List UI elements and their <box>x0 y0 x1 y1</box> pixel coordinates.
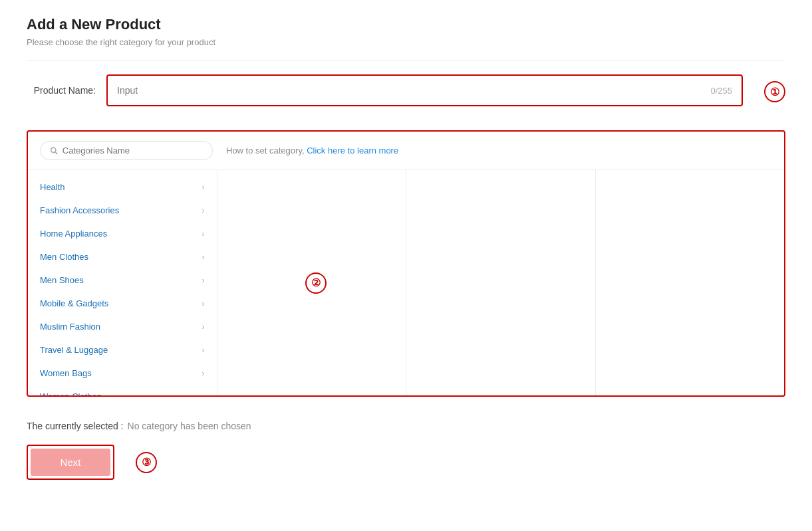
product-name-input[interactable] <box>108 76 742 105</box>
category-col-1: Health › Fashion Accessories › Home Appl… <box>28 170 217 395</box>
next-button[interactable]: Next <box>31 449 110 476</box>
next-button-wrapper: Next <box>27 445 114 480</box>
currently-selected-row: The currently selected : No category has… <box>27 421 785 431</box>
chevron-right-icon: › <box>202 322 205 332</box>
svg-line-1 <box>55 152 57 154</box>
list-item[interactable]: Travel & Luggage › <box>28 338 217 362</box>
list-item[interactable]: Women Clothes › <box>28 385 217 395</box>
badge-1-col: ① <box>743 74 785 102</box>
product-name-section: Product Name: 0/255 ① <box>27 74 785 118</box>
svg-point-0 <box>51 148 56 152</box>
how-to-text: How to set category, Click here to learn… <box>226 146 398 156</box>
category-search-row: How to set category, Click here to learn… <box>28 132 784 169</box>
chevron-right-icon: › <box>202 369 205 378</box>
product-name-input-wrapper: 0/255 <box>106 74 743 106</box>
chevron-right-icon: › <box>202 299 205 308</box>
list-item[interactable]: Health › <box>28 175 217 199</box>
category-section-inner: How to set category, Click here to learn… <box>27 130 785 409</box>
list-item[interactable]: Muslim Fashion › <box>28 315 217 338</box>
product-name-row: Product Name: 0/255 <box>27 74 743 106</box>
chevron-right-icon: › <box>202 392 205 396</box>
list-item[interactable]: Men Clothes › <box>28 245 217 268</box>
chevron-right-icon: › <box>202 253 205 262</box>
category-box: How to set category, Click here to learn… <box>27 130 785 397</box>
next-button-row: Next ③ <box>27 445 785 480</box>
search-icon <box>50 146 59 156</box>
badge-2: ② <box>305 272 327 294</box>
currently-selected-value: No category has been chosen <box>128 421 251 431</box>
category-columns: Health › Fashion Accessories › Home Appl… <box>28 169 784 395</box>
chevron-right-icon: › <box>202 183 205 192</box>
list-item[interactable]: Men Shoes › <box>28 268 217 292</box>
divider <box>27 60 785 61</box>
category-col-3 <box>406 170 596 395</box>
list-item[interactable]: Women Bags › <box>28 362 217 385</box>
page-subtitle: Please choose the right category for you… <box>27 37 785 47</box>
list-item[interactable]: Home Appliances › <box>28 222 217 245</box>
learn-more-link[interactable]: Click here to learn more <box>307 146 398 156</box>
chevron-right-icon: › <box>202 206 205 215</box>
currently-selected-label: The currently selected : <box>27 421 124 431</box>
list-item[interactable]: Mobile & Gadgets › <box>28 292 217 315</box>
category-section-row: How to set category, Click here to learn… <box>27 130 785 409</box>
badge-1: ① <box>764 81 785 102</box>
chevron-right-icon: › <box>202 346 205 355</box>
category-col-4 <box>596 170 785 395</box>
page-title: Add a New Product <box>27 16 785 33</box>
category-search-input[interactable] <box>63 146 203 156</box>
list-item[interactable]: Fashion Accessories › <box>28 199 217 222</box>
chevron-right-icon: › <box>202 229 205 239</box>
char-count: 0/255 <box>710 86 732 96</box>
product-name-label: Product Name: <box>27 85 106 96</box>
badge-3: ③ <box>136 452 157 473</box>
chevron-right-icon: › <box>202 276 205 285</box>
category-col-2: ② <box>217 170 407 395</box>
category-search-wrapper <box>40 141 213 160</box>
product-name-inner: Product Name: 0/255 <box>27 74 743 118</box>
